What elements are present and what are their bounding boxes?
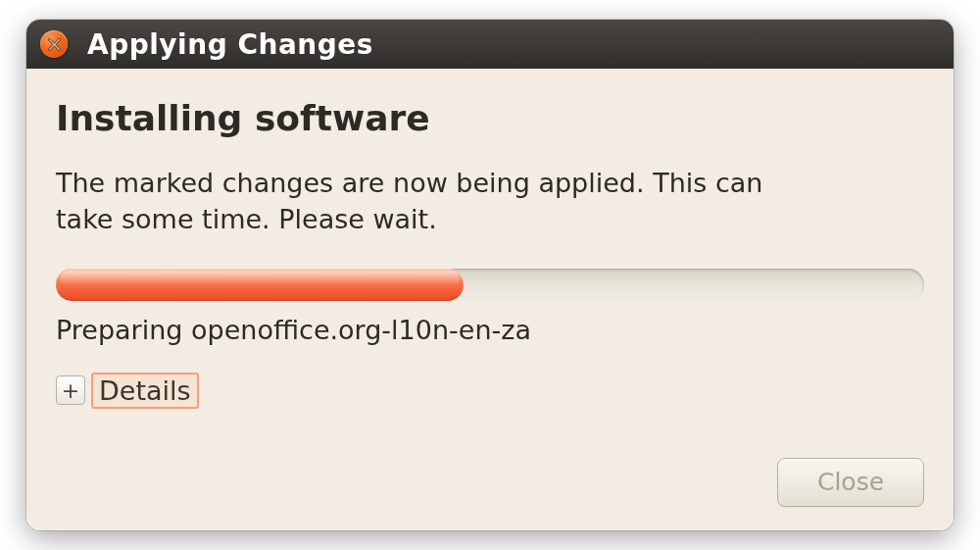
titlebar: Applying Changes [26, 20, 954, 69]
expand-button[interactable]: + [56, 375, 85, 405]
description-text: The marked changes are now being applied… [56, 166, 801, 237]
progress-bar [56, 269, 924, 301]
progress-fill [56, 269, 464, 301]
close-button: Close [777, 458, 924, 507]
close-icon [48, 38, 61, 51]
applying-changes-dialog: Applying Changes Installing software The… [26, 20, 954, 530]
dialog-body: Installing software The marked changes a… [26, 69, 954, 530]
heading: Installing software [56, 98, 924, 138]
details-expander-row: + Details [56, 373, 924, 409]
status-text: Preparing openoffice.org-l10n-en-za [56, 315, 924, 345]
plus-icon: + [62, 378, 79, 403]
window-title: Applying Changes [87, 28, 373, 61]
window-close-button[interactable] [40, 30, 68, 58]
details-toggle[interactable]: Details [91, 373, 199, 409]
button-row: Close [56, 458, 924, 507]
